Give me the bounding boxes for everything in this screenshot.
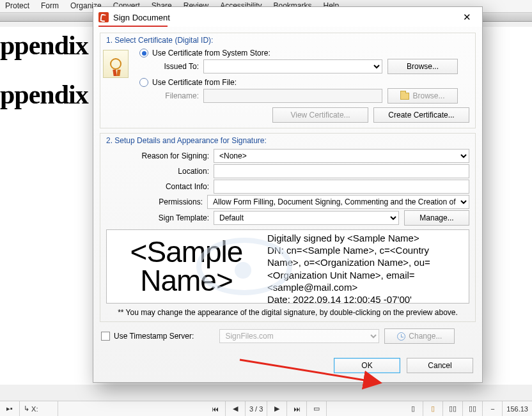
sb-zoom-out-icon[interactable]: − (483, 401, 503, 416)
browse-file-button: Browse... (387, 88, 458, 104)
close-button[interactable]: ✕ (457, 10, 477, 24)
cancel-button[interactable]: Cancel (407, 358, 473, 373)
ok-button[interactable]: OK (334, 358, 400, 373)
sb-page-indicator[interactable]: 3 / 3 (246, 401, 267, 416)
sb-layout-2-icon[interactable]: ▯ (423, 401, 443, 416)
sig-line-date: Date: 2022.09.14 12:00:45 -07'00' (267, 293, 465, 304)
sb-layout-1-icon[interactable]: ▯ (403, 401, 423, 416)
annotation-underline (98, 26, 168, 27)
sb-page-next-icon[interactable]: ▶ (267, 401, 287, 416)
reason-label: Reason for Signing: (106, 151, 214, 160)
sb-page-first-icon[interactable]: ⏮ (206, 401, 226, 416)
select-certificate-group: 1. Select Certificate (Digital ID): Use … (100, 33, 476, 128)
watermark-eye-icon (196, 238, 292, 295)
location-input[interactable] (214, 164, 469, 178)
issued-to-select[interactable] (203, 59, 382, 73)
location-label: Location: (106, 167, 214, 176)
sb-coord: ↳ X: (20, 401, 58, 416)
radio-system-store-label: Use Certificate from System Store: (152, 49, 270, 58)
change-timestamp-button: Change... (384, 328, 455, 344)
sb-layout-3-icon[interactable]: ▯▯ (443, 401, 463, 416)
statusbar: ▸▪ ↳ X: ⏮ ◀ 3 / 3 ▶ ⏭ ▭ ▯ ▯ ▯▯ ▯▯ − 156.… (0, 401, 532, 416)
browse-system-button[interactable]: Browse... (387, 59, 458, 74)
template-select[interactable]: Default (214, 211, 399, 225)
filename-input (203, 89, 382, 103)
timestamp-row: Use Timestamp Server: SignFiles.com Chan… (101, 328, 474, 344)
sb-page-prev-icon[interactable]: ◀ (226, 401, 246, 416)
section1-title: 1. Select Certificate (Digital ID): (100, 33, 475, 47)
contact-input[interactable] (214, 180, 469, 194)
sb-page-last-icon[interactable]: ⏭ (287, 401, 307, 416)
signature-preview[interactable]: <Sample Name> Digitally signed by <Sampl… (106, 229, 469, 304)
view-certificate-button: View Certificate... (272, 107, 368, 123)
use-timestamp-checkbox[interactable] (101, 332, 110, 341)
permissions-label: Permissions: (106, 197, 207, 206)
reason-select[interactable]: <None> (214, 149, 469, 163)
contact-label: Contact Info: (106, 182, 214, 191)
certificate-icon (103, 50, 129, 78)
clock-icon (397, 332, 405, 341)
menu-protect[interactable]: Protect (5, 1, 29, 11)
sb-layout-4-icon[interactable]: ▯▯ (463, 401, 483, 416)
dialog-title: Sign Document (113, 13, 170, 22)
radio-from-file[interactable] (139, 78, 148, 87)
app-icon (98, 12, 109, 22)
radio-system-store[interactable] (139, 49, 148, 58)
sign-document-dialog: Sign Document ✕ 1. Select Certificate (D… (93, 6, 483, 383)
permissions-select[interactable]: Allow Form Filling, Document Signing, Co… (207, 195, 469, 209)
signature-details-block: Digitally signed by <Sample Name> DN: cn… (266, 230, 469, 303)
radio-from-file-label: Use Certificate from File: (152, 78, 237, 87)
create-certificate-button[interactable]: Create Certificate... (373, 107, 469, 123)
folder-icon (400, 93, 409, 100)
template-label: Sign Template: (106, 213, 214, 222)
section2-title: 2. Setup Details and Appearance for Sign… (100, 134, 475, 148)
timestamp-server-select: SignFiles.com (219, 329, 379, 343)
dialog-footer: OK Cancel (93, 351, 482, 382)
filename-label: Filename: (139, 91, 203, 100)
issued-to-label: Issued To: (139, 62, 203, 71)
sig-line-dn: DN: cn=<Sample Name>, c=<Country Name>, … (267, 244, 465, 293)
setup-details-group: 2. Setup Details and Appearance for Sign… (100, 133, 476, 322)
use-timestamp-label: Use Timestamp Server: (114, 332, 194, 341)
sb-options-icon[interactable]: ▸▪ (0, 401, 20, 416)
menu-form[interactable]: Form (41, 1, 59, 11)
dialog-titlebar: Sign Document ✕ (93, 7, 482, 27)
sb-zoom-value[interactable]: 156.13 (503, 401, 532, 416)
sig-line-signed-by: Digitally signed by <Sample Name> (267, 232, 465, 244)
manage-templates-button[interactable]: Manage... (404, 210, 469, 226)
signature-hint-text: ** You may change the appearance of the … (100, 305, 475, 321)
sb-view-mode-icon[interactable]: ▭ (307, 401, 327, 416)
